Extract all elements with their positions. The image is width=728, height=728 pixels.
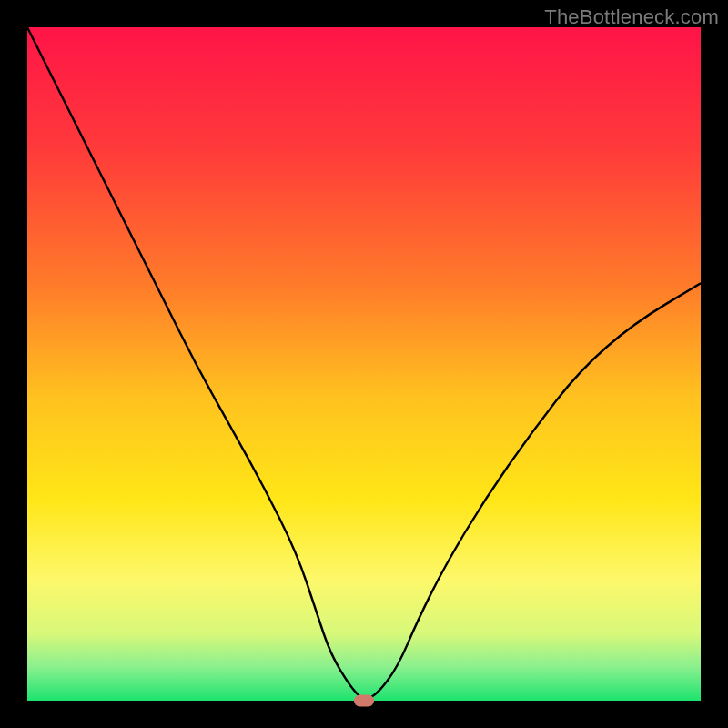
bottleneck-curve (27, 27, 701, 701)
curve-path (27, 27, 701, 699)
optimal-marker (354, 695, 374, 707)
bottleneck-plot (27, 27, 701, 701)
watermark-text: TheBottleneck.com (544, 5, 719, 29)
chart-frame: TheBottleneck.com (0, 0, 728, 728)
